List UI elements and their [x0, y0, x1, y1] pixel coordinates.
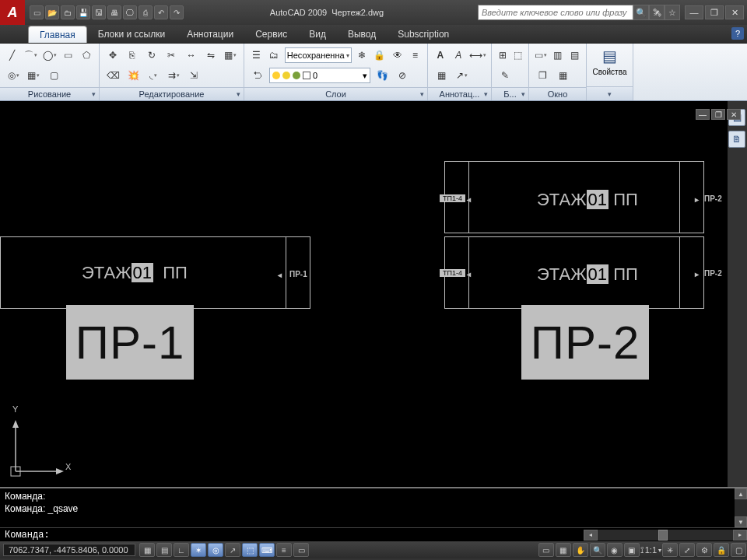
anno-autoscale-icon[interactable]: ⤢: [679, 543, 695, 557]
layer-states-icon[interactable]: 🗂: [267, 47, 282, 64]
layout-quickview-icon[interactable]: ▦: [556, 543, 571, 557]
cmd-scroll-track[interactable]: [735, 499, 747, 516]
tab-annotations[interactable]: Аннотации: [176, 26, 244, 43]
rectangle-icon[interactable]: ▭: [61, 47, 76, 64]
snap-toggle[interactable]: ▦: [139, 543, 155, 557]
clean-screen-icon[interactable]: ▢: [731, 543, 746, 557]
circle-icon[interactable]: ◯▾: [42, 47, 58, 64]
arrange-icon[interactable]: ▦: [554, 67, 571, 84]
layer-props-icon[interactable]: ☰: [249, 47, 264, 64]
tab-view[interactable]: Вид: [298, 26, 337, 43]
line-icon[interactable]: ╱: [5, 47, 20, 64]
steering-wheel-icon[interactable]: ◉: [607, 543, 622, 557]
block-edit-icon[interactable]: ✎: [496, 67, 514, 84]
window-close-button[interactable]: ✕: [725, 5, 744, 19]
leader-icon[interactable]: ↗▾: [453, 67, 470, 84]
layer-freeze-icon[interactable]: ❄: [355, 47, 370, 64]
rotate-icon[interactable]: ↻: [144, 47, 160, 64]
layer-off-icon[interactable]: ⊘: [394, 67, 411, 84]
dyn-toggle[interactable]: ⌨: [259, 543, 275, 557]
sheet-set-icon[interactable]: 🗎: [728, 131, 745, 148]
window-restore-button[interactable]: ❐: [705, 5, 724, 19]
command-prompt[interactable]: Команда:: [0, 530, 584, 541]
cascade-icon[interactable]: ❐: [534, 67, 551, 84]
search-input[interactable]: [478, 5, 633, 20]
lwt-toggle[interactable]: ≡: [276, 543, 292, 557]
hatch-icon[interactable]: ▦▾: [25, 67, 42, 84]
ellipse-icon[interactable]: ◎▾: [5, 67, 22, 84]
tab-home[interactable]: Главная: [28, 26, 87, 43]
mtext-icon[interactable]: A: [433, 47, 448, 64]
layer-lock-icon[interactable]: 🔒: [372, 47, 387, 64]
cmd-scroll-up-button[interactable]: ▲: [735, 488, 747, 499]
ducs-toggle[interactable]: ⬚: [242, 543, 258, 557]
ortho-toggle[interactable]: ∟: [174, 543, 189, 557]
tab-output[interactable]: Вывод: [337, 26, 387, 43]
showmotion-icon[interactable]: ▣: [624, 543, 640, 557]
pan-button[interactable]: ✋: [573, 543, 588, 557]
doc-restore-button[interactable]: ❐: [711, 109, 725, 120]
polar-toggle[interactable]: ✶: [191, 543, 206, 557]
array-icon[interactable]: ▦▾: [223, 47, 239, 64]
qat-save-icon[interactable]: 💾: [76, 5, 90, 19]
extend-icon[interactable]: ↔: [183, 47, 199, 64]
mirror-icon[interactable]: ⇋: [202, 47, 219, 64]
cmd-scroll-down-button[interactable]: ▼: [735, 516, 747, 527]
qat-folder-icon[interactable]: 🗀: [61, 5, 75, 19]
stretch-icon[interactable]: ⇲: [185, 67, 202, 84]
search-button[interactable]: 🔍: [633, 5, 649, 20]
comm-center-icon[interactable]: 🛰: [649, 5, 665, 20]
text-icon[interactable]: A: [451, 47, 467, 64]
grid-toggle[interactable]: ▤: [156, 543, 172, 557]
hscroll-left-button[interactable]: ◂: [584, 530, 598, 541]
doc-close-button[interactable]: ✕: [727, 109, 741, 120]
hscroll-right-button[interactable]: ▸: [733, 530, 747, 541]
modelspace-toggle[interactable]: ▭: [538, 543, 554, 557]
polygon-icon[interactable]: ⬠: [79, 47, 94, 64]
current-layer-combo[interactable]: 0 ▾: [269, 68, 370, 83]
qat-redo-icon[interactable]: ↷: [170, 5, 184, 19]
favorites-icon[interactable]: ☆: [665, 5, 680, 20]
fillet-icon[interactable]: ◟▾: [145, 67, 162, 84]
command-text[interactable]: Команда: Команда: _qsave: [0, 488, 735, 527]
h-scrollbar[interactable]: ◂ ▸: [584, 530, 747, 541]
viewport-icon[interactable]: ▭▾: [534, 47, 548, 64]
zoom-button[interactable]: 🔍: [590, 543, 605, 557]
drawing-canvas[interactable]: ЭТАЖ01 ПП ◂ ПР-1 ПР-1 ТП1-4 ◂ ЭТАЖ01 ПП …: [0, 101, 728, 487]
qat-open-icon[interactable]: 📂: [45, 5, 59, 19]
trim-icon[interactable]: ✂: [163, 47, 180, 64]
toolbar-lock-icon[interactable]: 🔒: [714, 543, 729, 557]
move-icon[interactable]: ✥: [104, 47, 121, 64]
block-insert-icon[interactable]: ⊞: [496, 47, 509, 64]
tab-service[interactable]: Сервис: [244, 26, 298, 43]
qat-saveall-icon[interactable]: 🖫: [92, 5, 106, 19]
hscroll-thumb[interactable]: [658, 530, 668, 541]
tile-h-icon[interactable]: ▥: [551, 47, 565, 64]
qp-toggle[interactable]: ▭: [293, 543, 309, 557]
annotation-scale[interactable]: ⟟ 1:1 ▾: [640, 544, 661, 555]
qat-new-icon[interactable]: ▭: [30, 5, 44, 19]
layer-match-icon[interactable]: ≡: [408, 47, 423, 64]
region-icon[interactable]: ▢: [45, 67, 62, 84]
explode-icon[interactable]: 💥: [124, 67, 142, 84]
arc-icon[interactable]: ⌒▾: [23, 47, 39, 64]
workspace-switch-icon[interactable]: ⚙: [696, 543, 712, 557]
erase-icon[interactable]: ⌫: [104, 67, 121, 84]
layer-state-combo[interactable]: Несохраненна▾: [285, 47, 352, 63]
layer-isolate-icon[interactable]: 👁: [390, 47, 405, 64]
tile-v-icon[interactable]: ▤: [568, 47, 582, 64]
window-minimize-button[interactable]: —: [685, 5, 703, 19]
coords-readout[interactable]: 7062.7347, -4475.8406, 0.0000: [3, 544, 135, 556]
otrack-toggle[interactable]: ↗: [225, 543, 240, 557]
qat-preview-icon[interactable]: 🖵: [123, 5, 137, 19]
table-icon[interactable]: ▦: [433, 67, 450, 84]
layer-prev-icon[interactable]: ⮌: [249, 67, 266, 84]
osnap-toggle[interactable]: ◎: [208, 543, 223, 557]
offset-icon[interactable]: ⇉▾: [165, 67, 182, 84]
panel-expand-icon[interactable]: ▾: [92, 90, 96, 98]
copy-icon[interactable]: ⎘: [124, 47, 140, 64]
help-button[interactable]: ?: [731, 27, 744, 40]
doc-minimize-button[interactable]: —: [696, 109, 710, 120]
properties-button[interactable]: ▤ Свойства: [590, 45, 630, 77]
panel-expand-icon[interactable]: ▾: [237, 90, 240, 98]
